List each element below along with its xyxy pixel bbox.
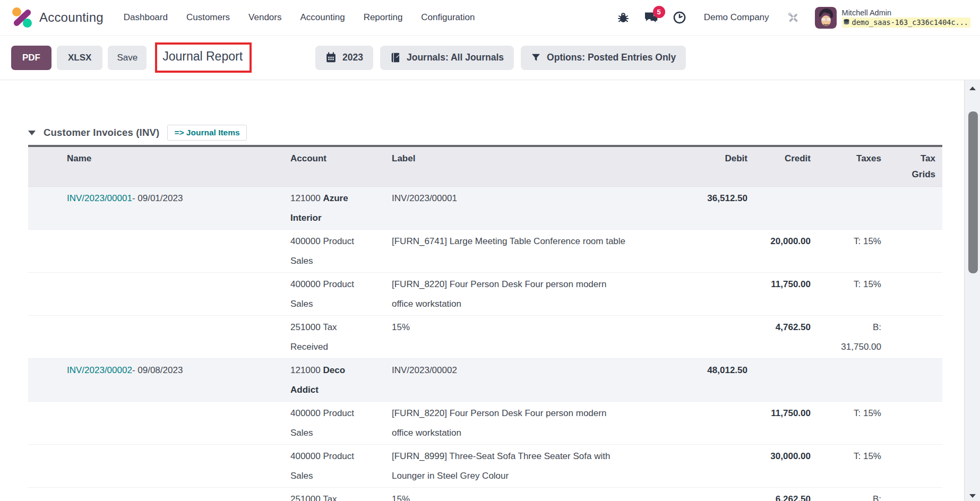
pdf-button[interactable]: PDF <box>11 46 51 70</box>
scrollbar-thumb[interactable] <box>968 111 978 273</box>
vertical-scrollbar[interactable] <box>964 80 980 501</box>
cell-tax-grids <box>881 230 942 273</box>
journal-report-table: Name Account Label Debit Credit Taxes Ta… <box>28 145 942 501</box>
cell-credit <box>747 359 811 402</box>
date-filter-button[interactable]: 2023 <box>315 46 373 70</box>
cell-taxes: T: 15% <box>811 273 881 316</box>
cell-debit <box>658 273 747 316</box>
table-row: 400000 Product Sales[FURN_8220] Four Per… <box>28 402 942 445</box>
table-row: 400000 Product Sales[FURN_6741] Large Me… <box>28 230 942 273</box>
cell-taxes: T: 15% <box>811 402 881 445</box>
cell-tax-grids <box>881 488 942 501</box>
cell-name <box>28 445 290 488</box>
main-menu: Dashboard Customers Vendors Accounting R… <box>124 12 475 23</box>
table-row: 400000 Product Sales[FURN_8999] Three-Se… <box>28 445 942 488</box>
messages-icon[interactable]: 5 <box>644 11 658 24</box>
cell-label: [FURN_8220] Four Person Desk Four person… <box>392 273 658 316</box>
cell-account: 400000 Product Sales <box>290 402 392 445</box>
menu-dashboard[interactable]: Dashboard <box>124 12 168 23</box>
cell-credit: 11,750.00 <box>747 273 811 316</box>
cell-name: INV/2023/00002- 09/08/2023 <box>28 359 290 402</box>
col-header-account: Account <box>290 146 392 187</box>
menu-configuration[interactable]: Configuration <box>421 12 475 23</box>
cell-debit <box>658 230 747 273</box>
cell-taxes: T: 15% <box>811 230 881 273</box>
menu-customers[interactable]: Customers <box>186 12 230 23</box>
report-area: Customer Invoices (INV) => Journal Items… <box>0 80 980 501</box>
col-header-label: Label <box>392 146 658 187</box>
user-name: Mitchell Admin <box>842 8 970 18</box>
cell-label: INV/2023/00001 <box>392 187 658 230</box>
invoice-link[interactable]: INV/2023/00001 <box>67 193 132 203</box>
xlsx-button[interactable]: XLSX <box>57 46 102 70</box>
cell-taxes: T: 15% <box>811 445 881 488</box>
cell-label: 15% <box>392 316 658 359</box>
cell-account: 251000 Tax Received <box>290 488 392 501</box>
filter-bar: 2023 Journals: All Journals Options: Pos… <box>315 46 686 70</box>
annotation-red-box: Journal Report <box>155 42 252 73</box>
company-switcher[interactable]: Demo Company <box>704 12 769 23</box>
cell-tax-grids <box>881 359 942 402</box>
cell-name <box>28 273 290 316</box>
menu-reporting[interactable]: Reporting <box>364 12 403 23</box>
journals-filter-button[interactable]: Journals: All Journals <box>380 46 514 70</box>
user-menu[interactable]: Mitchell Admin demo_saas-163_c336c1404c.… <box>815 7 970 29</box>
save-button[interactable]: Save <box>108 46 147 70</box>
cell-taxes: B: 31,750.00 <box>811 316 881 359</box>
table-row: INV/2023/00002- 09/08/2023121000 Deco Ad… <box>28 359 942 402</box>
col-header-tax-grids: Tax Grids <box>881 146 942 187</box>
table-row: 400000 Product Sales[FURN_8220] Four Per… <box>28 273 942 316</box>
odoo-accounting-logo-icon[interactable] <box>11 6 34 29</box>
cell-debit <box>658 316 747 359</box>
database-icon <box>843 19 850 26</box>
control-panel: PDF XLSX Save Journal Report 2023 Journa… <box>0 36 980 80</box>
col-header-credit: Credit <box>747 146 811 187</box>
cell-name <box>28 230 290 273</box>
cell-label: [FURN_6741] Large Meeting Table Conferen… <box>392 230 658 273</box>
cell-name <box>28 488 290 501</box>
journal-items-button[interactable]: => Journal Items <box>167 125 246 141</box>
bug-icon[interactable] <box>616 11 630 24</box>
col-header-name: Name <box>28 146 290 187</box>
options-filter-button[interactable]: Options: Posted Entries Only <box>521 46 686 70</box>
cell-name: INV/2023/00001- 09/01/2023 <box>28 187 290 230</box>
cell-taxes: B: <box>811 488 881 501</box>
cell-debit: 36,512.50 <box>658 187 747 230</box>
cell-tax-grids <box>881 187 942 230</box>
cell-label: 15% <box>392 488 658 501</box>
cell-debit: 48,012.50 <box>658 359 747 402</box>
journal-table-body: INV/2023/00001- 09/01/2023121000 Azure I… <box>28 187 942 501</box>
database-indicator: demo_saas-163_c336c1404c... <box>842 18 970 28</box>
database-name: demo_saas-163_c336c1404c... <box>852 18 968 27</box>
caret-down-icon[interactable] <box>28 131 36 135</box>
cell-account: 400000 Product Sales <box>290 230 392 273</box>
table-row: INV/2023/00001- 09/01/2023121000 Azure I… <box>28 187 942 230</box>
invoice-link[interactable]: INV/2023/00002 <box>67 365 132 375</box>
cell-name <box>28 402 290 445</box>
journals-filter-label: Journals: All Journals <box>407 52 504 63</box>
calendar-icon <box>325 52 337 63</box>
menu-accounting[interactable]: Accounting <box>300 12 345 23</box>
cell-debit <box>658 488 747 501</box>
message-count-badge: 5 <box>653 6 665 18</box>
cell-credit: 20,000.00 <box>747 230 811 273</box>
menu-vendors[interactable]: Vendors <box>248 12 281 23</box>
cell-name <box>28 316 290 359</box>
cell-credit: 4,762.50 <box>747 316 811 359</box>
cell-credit: 11,750.00 <box>747 402 811 445</box>
activities-clock-icon[interactable] <box>673 11 686 24</box>
col-header-debit: Debit <box>658 146 747 187</box>
options-filter-label: Options: Posted Entries Only <box>547 52 676 63</box>
scroll-up-arrow-icon[interactable] <box>969 87 976 90</box>
cell-label: [FURN_8220] Four Person Desk Four person… <box>392 402 658 445</box>
scroll-down-arrow-icon[interactable] <box>969 494 976 498</box>
cell-account: 400000 Product Sales <box>290 273 392 316</box>
cell-label: [FURN_8999] Three-Seat Sofa Three Seater… <box>392 445 658 488</box>
cell-account: 400000 Product Sales <box>290 445 392 488</box>
avatar <box>815 7 837 29</box>
tools-icon[interactable] <box>787 11 801 24</box>
cell-tax-grids <box>881 316 942 359</box>
cell-account: 121000 Deco Addict <box>290 359 392 402</box>
book-icon <box>390 52 401 63</box>
cell-taxes <box>811 359 881 402</box>
